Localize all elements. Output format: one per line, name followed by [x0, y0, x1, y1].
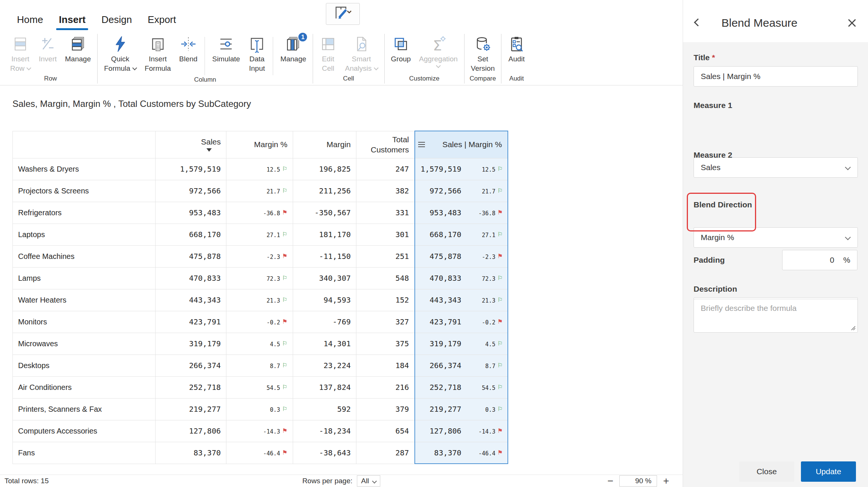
measure2-select[interactable]: Margin % [694, 227, 858, 248]
cell-total-customers[interactable]: 382 [356, 180, 415, 202]
cell-subcategory[interactable]: Refrigerators [13, 202, 156, 224]
ribbon-button-set-version[interactable]: SetVersion [467, 34, 499, 73]
cell-sales[interactable]: 972,566 [156, 180, 226, 202]
zoom-out-button[interactable]: − [607, 476, 613, 486]
cell-blend[interactable]: 668,17027.1⚐ [415, 224, 508, 245]
cell-total-customers[interactable]: 654 [356, 420, 415, 442]
cell-total-customers[interactable]: 301 [356, 224, 415, 245]
cell-subcategory[interactable]: Printers, Scanners & Fax [13, 398, 156, 420]
zoom-level-field[interactable]: 90 % [619, 475, 657, 487]
cell-margin[interactable]: 196,825 [293, 158, 356, 180]
cell-margin-pct[interactable]: 8.7⚐ [226, 355, 293, 376]
ribbon-button-blend[interactable]: Blend [175, 34, 202, 73]
padding-input[interactable]: 0 % [782, 250, 857, 270]
cell-sales[interactable]: 668,170 [156, 224, 226, 245]
cell-blend[interactable]: 972,56621.7⚐ [415, 180, 508, 202]
cell-subcategory[interactable]: Coffee Machines [13, 245, 156, 267]
cell-subcategory[interactable]: Fans [13, 442, 156, 464]
cell-sales[interactable]: 423,791 [156, 311, 226, 333]
cell-margin-pct[interactable]: 21.3⚐ [226, 289, 293, 311]
zoom-in-button[interactable]: + [663, 476, 669, 486]
cell-sales[interactable]: 127,806 [156, 420, 226, 442]
cell-sales[interactable]: 953,483 [156, 202, 226, 224]
cell-margin-pct[interactable]: 54.5⚐ [226, 376, 293, 398]
cell-margin[interactable]: -11,150 [293, 245, 356, 267]
column-header-margin-pct[interactable]: Margin % [226, 131, 293, 158]
cell-margin-pct[interactable]: -0.2⚑ [226, 311, 293, 333]
cell-total-customers[interactable]: 287 [356, 442, 415, 464]
cell-margin[interactable]: -350,567 [293, 202, 356, 224]
ribbon-button-group[interactable]: Group [387, 34, 415, 67]
cell-margin[interactable]: 94,593 [293, 289, 356, 311]
ribbon-button-manage[interactable]: Manage [61, 34, 95, 73]
cell-margin-pct[interactable]: -14.3⚑ [226, 420, 293, 442]
cell-subcategory[interactable]: Monitors [13, 311, 156, 333]
close-icon[interactable] [846, 17, 857, 29]
cell-margin-pct[interactable]: -46.4⚑ [226, 442, 293, 464]
cell-margin[interactable]: 181,170 [293, 224, 356, 245]
cell-margin-pct[interactable]: -2.3⚑ [226, 245, 293, 267]
cell-blend[interactable]: 953,483-36.8⚑ [415, 202, 508, 224]
back-icon[interactable] [694, 18, 702, 26]
cell-margin[interactable]: 137,824 [293, 376, 356, 398]
cell-margin-pct[interactable]: 0.3⚐ [226, 398, 293, 420]
cell-subcategory[interactable]: Microwaves [13, 333, 156, 355]
cell-blend[interactable]: 319,1794.5⚐ [415, 333, 508, 355]
cell-total-customers[interactable]: 216 [356, 376, 415, 398]
cell-sales[interactable]: 266,374 [156, 355, 226, 376]
column-header-margin[interactable]: Margin [293, 131, 356, 158]
cell-margin[interactable]: -769 [293, 311, 356, 333]
cell-sales[interactable]: 475,878 [156, 245, 226, 267]
description-textarea[interactable]: Briefly describe the formula [694, 299, 858, 333]
cell-subcategory[interactable]: Desktops [13, 355, 156, 376]
cell-total-customers[interactable]: 379 [356, 398, 415, 420]
cell-total-customers[interactable]: 327 [356, 311, 415, 333]
cell-margin-pct[interactable]: -36.8⚑ [226, 202, 293, 224]
update-button[interactable]: Update [801, 461, 856, 482]
cell-sales[interactable]: 83,370 [156, 442, 226, 464]
cell-blend[interactable]: 475,878-2.3⚑ [415, 245, 508, 267]
cell-subcategory[interactable]: Lamps [13, 267, 156, 289]
cell-sales[interactable]: 219,277 [156, 398, 226, 420]
tab-home[interactable]: Home [9, 14, 51, 33]
cell-margin[interactable]: 23,224 [293, 355, 356, 376]
cell-margin[interactable]: 14,301 [293, 333, 356, 355]
cell-margin-pct[interactable]: 27.1⚐ [226, 224, 293, 245]
cell-blend[interactable]: 423,791-0.2⚑ [415, 311, 508, 333]
tab-export[interactable]: Export [140, 14, 184, 33]
cell-total-customers[interactable]: 331 [356, 202, 415, 224]
ribbon-button-manage[interactable]: 1Manage [276, 34, 310, 64]
column-header-total-customers[interactable]: Total Customers [356, 131, 415, 158]
cell-sales[interactable]: 470,833 [156, 267, 226, 289]
close-button[interactable]: Close [739, 461, 794, 482]
cell-margin-pct[interactable]: 72.3⚐ [226, 267, 293, 289]
column-header-blend[interactable]: Sales | Margin % [415, 131, 508, 158]
cell-subcategory[interactable]: Laptops [13, 224, 156, 245]
ribbon-button-audit[interactable]: Audit [504, 34, 529, 64]
column-header-sales[interactable]: Sales [156, 131, 226, 158]
cell-total-customers[interactable]: 548 [356, 267, 415, 289]
cell-subcategory[interactable]: Water Heaters [13, 289, 156, 311]
tab-insert[interactable]: Insert [51, 14, 93, 33]
cell-margin[interactable]: 592 [293, 398, 356, 420]
rows-per-page-dropdown[interactable]: All [357, 475, 380, 487]
cell-margin[interactable]: 211,256 [293, 180, 356, 202]
ribbon-button-data-input[interactable]: DataInput [244, 34, 270, 73]
cell-subcategory[interactable]: Air Conditioners [13, 376, 156, 398]
cell-blend[interactable]: 252,71854.5⚐ [415, 376, 508, 398]
cell-margin[interactable]: -38,643 [293, 442, 356, 464]
cell-total-customers[interactable]: 375 [356, 333, 415, 355]
cell-blend[interactable]: 470,83372.3⚐ [415, 267, 508, 289]
cell-total-customers[interactable]: 184 [356, 355, 415, 376]
ribbon-button-quick-formula[interactable]: QuickFormula [100, 34, 141, 73]
cell-margin-pct[interactable]: 12.5⚐ [226, 158, 293, 180]
cell-sales[interactable]: 319,179 [156, 333, 226, 355]
cell-sales[interactable]: 252,718 [156, 376, 226, 398]
edit-mode-button[interactable] [326, 3, 360, 25]
tab-design[interactable]: Design [93, 14, 140, 33]
cell-subcategory[interactable]: Computers Accessories [13, 420, 156, 442]
cell-total-customers[interactable]: 251 [356, 245, 415, 267]
cell-margin[interactable]: 340,307 [293, 267, 356, 289]
cell-sales[interactable]: 1,579,519 [156, 158, 226, 180]
cell-blend[interactable]: 1,579,51912.5⚐ [415, 158, 508, 180]
